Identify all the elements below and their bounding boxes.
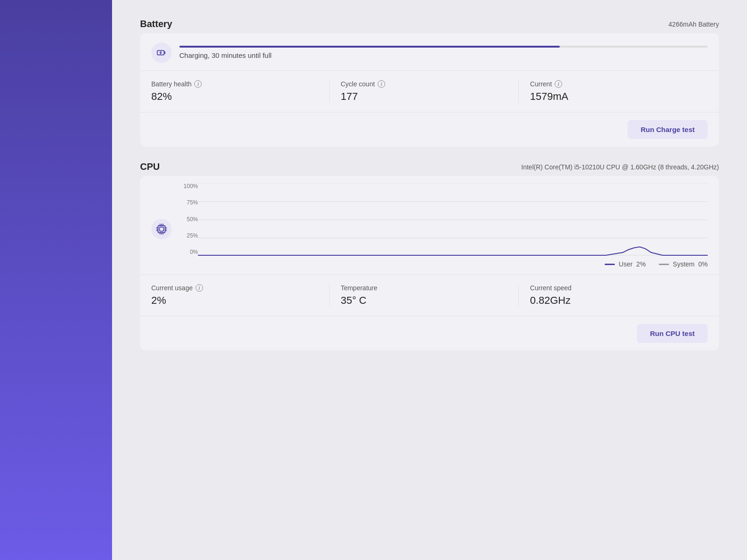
cpu-chart-container: 100% 75% 50% 25% 0% [140, 176, 719, 275]
run-charge-test-button[interactable]: Run Charge test [627, 120, 708, 139]
battery-charging-icon [156, 48, 167, 58]
legend-user-value: 2% [636, 260, 646, 268]
chart-y-labels: 100% 75% 50% 25% 0% [179, 183, 198, 256]
cpu-icon-wrap [151, 219, 172, 239]
battery-section-header: Battery 4266mAh Battery [140, 19, 719, 29]
cpu-usage-stat: Current usage i 2% [151, 284, 329, 307]
battery-stats-row: Battery health i 82% Cycle count i 177 C… [140, 71, 719, 112]
cpu-chart-area: 100% 75% 50% 25% 0% [179, 183, 708, 271]
y-label-50: 50% [179, 217, 198, 222]
battery-current-info-icon[interactable]: i [555, 80, 562, 88]
battery-card: Charging, 30 minutes until full Battery … [140, 33, 719, 147]
charging-info: Charging, 30 minutes until full [179, 46, 708, 60]
legend-system-label: System [673, 260, 695, 268]
legend-system-value: 0% [698, 260, 708, 268]
cpu-user-line [198, 247, 708, 255]
cpu-icon-col [151, 183, 172, 271]
battery-health-info-icon[interactable]: i [194, 80, 202, 88]
cpu-speed-stat: Current speed 0.82GHz [518, 284, 708, 307]
y-label-100: 100% [179, 183, 198, 189]
y-label-25: 25% [179, 233, 198, 238]
cpu-temp-label: Temperature [341, 284, 507, 292]
cycle-count-info-icon[interactable]: i [378, 80, 385, 88]
charging-text: Charging, 30 minutes until full [179, 51, 272, 59]
cpu-speed-label: Current speed [530, 284, 697, 292]
cpu-temp-value: 35° C [341, 294, 507, 307]
cpu-card: 100% 75% 50% 25% 0% [140, 176, 719, 350]
battery-health-value: 82% [151, 91, 318, 103]
main-content: Battery 4266mAh Battery Charging, 30 [112, 0, 747, 560]
cpu-info: Intel(R) Core(TM) i5-10210U CPU @ 1.60GH… [521, 163, 719, 171]
cpu-speed-value: 0.82GHz [530, 294, 697, 307]
battery-current-value: 1579mA [530, 91, 697, 103]
cpu-section-header: CPU Intel(R) Core(TM) i5-10210U CPU @ 1.… [140, 161, 719, 172]
cpu-icon [155, 223, 168, 235]
cpu-action-row: Run CPU test [140, 316, 719, 350]
battery-subtitle: 4266mAh Battery [669, 21, 719, 28]
battery-action-row: Run Charge test [140, 112, 719, 147]
svg-rect-1 [158, 225, 165, 232]
sidebar [0, 0, 112, 560]
cpu-chart-inner: 100% 75% 50% 25% 0% [151, 183, 708, 271]
chart-legend: User 2% System 0% [179, 256, 708, 271]
battery-icon-wrap [151, 42, 172, 63]
legend-system-dash [659, 264, 669, 265]
cycle-count-label: Cycle count i [341, 80, 507, 88]
legend-system: System 0% [659, 260, 708, 268]
cpu-chart-svg [198, 183, 708, 256]
chart-svg-container [198, 183, 708, 256]
cpu-usage-info-icon[interactable]: i [196, 284, 203, 292]
y-label-0: 0% [179, 249, 198, 255]
battery-title: Battery [140, 19, 172, 29]
charging-row: Charging, 30 minutes until full [140, 33, 719, 71]
cpu-usage-value: 2% [151, 294, 318, 307]
y-label-75: 75% [179, 200, 198, 205]
cpu-stats-row: Current usage i 2% Temperature 35° C Cur… [140, 275, 719, 316]
battery-health-stat: Battery health i 82% [151, 80, 329, 103]
battery-current-label: Current i [530, 80, 697, 88]
battery-health-label: Battery health i [151, 80, 318, 88]
legend-user-label: User [619, 260, 633, 268]
battery-progress-fill [179, 46, 560, 48]
cpu-temp-stat: Temperature 35° C [329, 284, 519, 307]
cycle-count-stat: Cycle count i 177 [329, 80, 519, 103]
page-container: Battery 4266mAh Battery Charging, 30 [0, 0, 747, 560]
cpu-usage-label: Current usage i [151, 284, 318, 292]
battery-progress-bar [179, 46, 708, 48]
battery-current-stat: Current i 1579mA [518, 80, 708, 103]
cycle-count-value: 177 [341, 91, 507, 103]
run-cpu-test-button[interactable]: Run CPU test [637, 324, 708, 343]
legend-user: User 2% [605, 260, 646, 268]
legend-user-dash [605, 264, 615, 265]
svg-rect-2 [160, 227, 164, 231]
cpu-title: CPU [140, 161, 160, 172]
